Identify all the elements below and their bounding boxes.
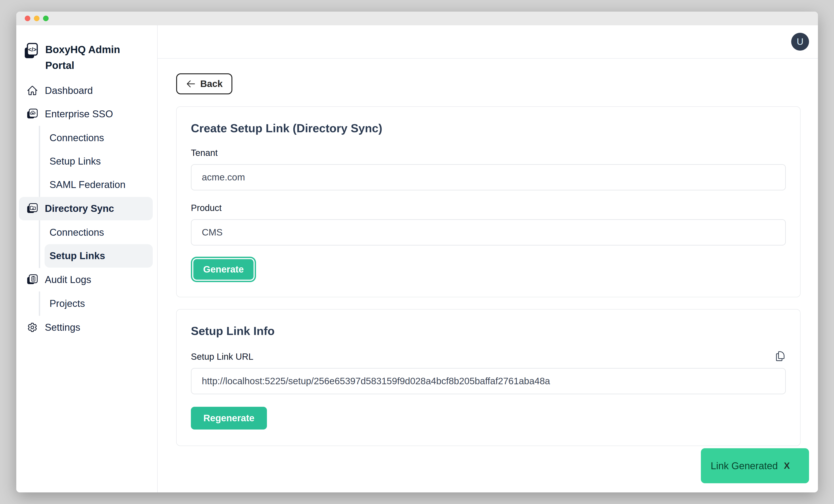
sidebar-subitem-label: SAML Federation [49, 179, 126, 190]
sidebar-subitem-label: Projects [49, 298, 85, 309]
sidebar-item-dsync-connections[interactable]: Connections [45, 221, 153, 244]
card-title: Create Setup Link (Directory Sync) [191, 122, 786, 135]
sidebar-item-label: Enterprise SSO [45, 108, 113, 119]
sidebar-subitem-label: Connections [49, 132, 104, 144]
tenant-input[interactable] [191, 164, 786, 191]
brand-title: BoxyHQ Admin Portal [45, 42, 134, 73]
toast-close-button[interactable]: X [784, 461, 790, 471]
tenant-label: Tenant [191, 148, 786, 158]
success-toast: Link Generated X [701, 448, 809, 483]
toast-message: Link Generated [711, 460, 778, 472]
sidebar-item-dsync-setup-links[interactable]: Setup Links [45, 244, 153, 268]
sidebar-item-label: Audit Logs [45, 274, 91, 285]
sidebar-item-label: Directory Sync [45, 203, 114, 214]
boxyhq-logo-icon: </> [24, 42, 38, 61]
main-content: Back Create Setup Link (Directory Sync) … [158, 59, 818, 446]
home-icon [26, 85, 38, 96]
product-field-group: Product [191, 203, 786, 245]
generate-button[interactable]: Generate [192, 258, 255, 281]
gear-icon [26, 322, 38, 333]
sidebar-subitem-label: Connections [49, 227, 104, 238]
card-title: Setup Link Info [191, 324, 786, 337]
avatar-initial: U [797, 36, 804, 47]
clipboard-icon [26, 274, 38, 285]
brand: </> BoxyHQ Admin Portal [19, 42, 153, 73]
sidebar-item-sso-connections[interactable]: Connections [45, 126, 153, 150]
app-window: </> BoxyHQ Admin Portal Dashboard [16, 12, 818, 492]
sidebar: </> BoxyHQ Admin Portal Dashboard [16, 25, 158, 492]
directory-sync-subgroup: Connections Setup Links [39, 220, 153, 268]
maximize-window-button[interactable] [43, 16, 49, 21]
setup-link-info-card: Setup Link Info Setup Link URL Reg [176, 309, 800, 446]
audit-logs-subgroup: Projects [39, 291, 153, 316]
sidebar-item-label: Dashboard [45, 85, 93, 96]
sidebar-item-sso-setup-links[interactable]: Setup Links [45, 150, 153, 173]
sidebar-item-directory-sync[interactable]: Directory Sync [19, 197, 153, 220]
product-label: Product [191, 203, 786, 213]
sidebar-subitem-label: Setup Links [49, 156, 101, 167]
main-header: U [158, 25, 818, 59]
sso-cloud-key-icon [26, 108, 38, 120]
minimize-window-button[interactable] [34, 16, 40, 21]
sidebar-item-enterprise-sso[interactable]: Enterprise SSO [19, 102, 153, 126]
sidebar-subitem-label: Setup Links [49, 250, 105, 261]
tenant-field-group: Tenant [191, 148, 786, 191]
folder-sync-icon [26, 203, 38, 214]
arrow-left-icon [186, 79, 196, 89]
svg-text:</>: </> [28, 46, 37, 53]
copy-url-button[interactable] [775, 351, 786, 362]
sidebar-item-audit-logs[interactable]: Audit Logs [19, 268, 153, 291]
back-button[interactable]: Back [176, 73, 232, 94]
main-area: U Back Create Setup Link (Directory Sync… [158, 25, 818, 492]
clipboard-copy-icon [775, 351, 786, 362]
sidebar-item-label: Settings [45, 322, 80, 333]
sidebar-item-projects[interactable]: Projects [45, 292, 153, 315]
back-button-label: Back [200, 79, 223, 89]
regenerate-button[interactable]: Regenerate [191, 407, 267, 430]
sidebar-item-settings[interactable]: Settings [19, 316, 153, 339]
setup-link-url-label: Setup Link URL [191, 352, 253, 362]
user-avatar[interactable]: U [791, 33, 809, 51]
enterprise-sso-subgroup: Connections Setup Links SAML Federation [39, 126, 153, 197]
setup-link-url-input[interactable] [191, 368, 786, 394]
sidebar-item-dashboard[interactable]: Dashboard [19, 79, 153, 102]
close-window-button[interactable] [25, 16, 30, 21]
sidebar-item-saml-federation[interactable]: SAML Federation [45, 173, 153, 196]
create-setup-link-card: Create Setup Link (Directory Sync) Tenan… [176, 106, 800, 297]
window-titlebar [16, 12, 818, 25]
sidebar-nav: Dashboard Enterprise SSO [19, 79, 153, 339]
product-input[interactable] [191, 219, 786, 245]
